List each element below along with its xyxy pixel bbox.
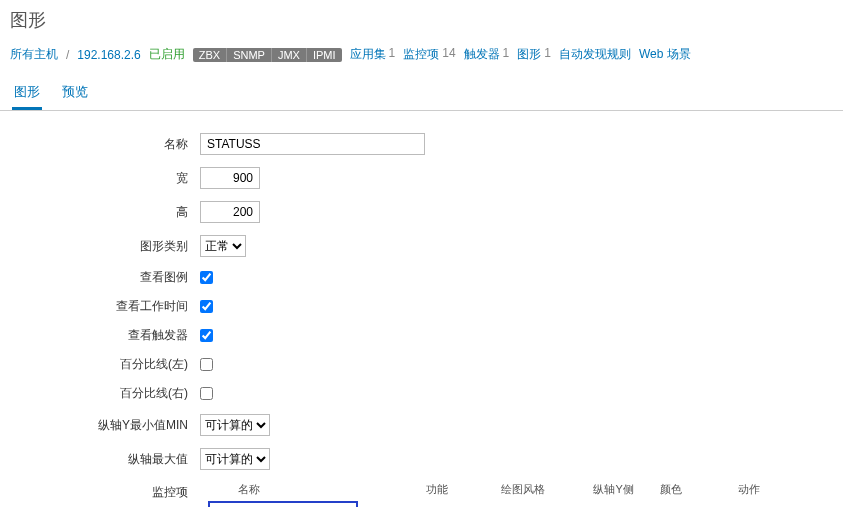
tab-preview[interactable]: 预览: [60, 77, 90, 110]
pctleft-checkbox[interactable]: [200, 358, 213, 371]
tabbar: 图形 预览: [0, 69, 843, 111]
breadcrumb-sep: /: [66, 48, 69, 62]
stat-triggers[interactable]: 触发器1: [464, 46, 510, 63]
status-tags: ZBX SNMP JMX IPMI: [193, 48, 342, 62]
col-func: 功能: [426, 482, 485, 497]
stat-items[interactable]: 监控项14: [403, 46, 455, 63]
col-yaxis: 纵轴Y侧: [593, 482, 644, 497]
label-graphtype: 图形类别: [0, 238, 200, 255]
stat-discovery[interactable]: 自动发现规则: [559, 46, 631, 63]
label-items: 监控项: [0, 482, 200, 501]
items-panel: 名称 功能 绘图风格 纵轴Y侧 颜色 动作 ⋮⋮ 1: 192.168.2.6:…: [208, 482, 763, 507]
graph-form: 名称 宽 高 图形类别 正常 查看图例 查看工作时间 查看触发器 百分比线(左)…: [0, 111, 843, 507]
name-input[interactable]: [200, 133, 425, 155]
triggers-checkbox[interactable]: [200, 329, 213, 342]
pctright-checkbox[interactable]: [200, 387, 213, 400]
label-legend: 查看图例: [0, 269, 200, 286]
item-row: ⋮⋮ 1: 192.168.2.6: mysqlstatus 添加 平均 线 左…: [208, 501, 763, 507]
item-name-box: ⋮⋮ 1: 192.168.2.6: mysqlstatus 添加: [208, 501, 358, 507]
legend-checkbox[interactable]: [200, 271, 213, 284]
breadcrumb-all-hosts[interactable]: 所有主机: [10, 46, 58, 63]
status-enabled: 已启用: [149, 46, 185, 63]
breadcrumb-host[interactable]: 192.168.2.6: [77, 48, 140, 62]
col-color: 颜色: [660, 482, 721, 497]
page-title: 图形: [0, 0, 843, 40]
tag-snmp: SNMP: [226, 48, 271, 62]
label-ymax: 纵轴最大值: [0, 451, 200, 468]
label-triggers: 查看触发器: [0, 327, 200, 344]
label-height: 高: [0, 204, 200, 221]
items-header: 名称 功能 绘图风格 纵轴Y侧 颜色 动作: [208, 482, 763, 501]
ymin-select[interactable]: 可计算的: [200, 414, 270, 436]
label-pctleft: 百分比线(左): [0, 356, 200, 373]
label-worktime: 查看工作时间: [0, 298, 200, 315]
worktime-checkbox[interactable]: [200, 300, 213, 313]
label-pctright: 百分比线(右): [0, 385, 200, 402]
col-draw: 绘图风格: [501, 482, 577, 497]
col-name: 名称: [208, 482, 410, 497]
stat-web[interactable]: Web 场景: [639, 46, 691, 63]
height-input[interactable]: [200, 201, 260, 223]
ymax-select[interactable]: 可计算的: [200, 448, 270, 470]
breadcrumb: 所有主机 / 192.168.2.6 已启用 ZBX SNMP JMX IPMI…: [0, 40, 843, 69]
col-action: 动作: [738, 482, 763, 497]
stat-graphs[interactable]: 图形1: [517, 46, 551, 63]
tab-graph[interactable]: 图形: [12, 77, 42, 110]
graphtype-select[interactable]: 正常: [200, 235, 246, 257]
label-ymin: 纵轴Y最小值MIN: [0, 417, 200, 434]
tag-zbx: ZBX: [193, 48, 226, 62]
tag-jmx: JMX: [271, 48, 306, 62]
label-name: 名称: [0, 136, 200, 153]
tag-ipmi: IPMI: [306, 48, 342, 62]
label-width: 宽: [0, 170, 200, 187]
width-input[interactable]: [200, 167, 260, 189]
stat-apps[interactable]: 应用集1: [350, 46, 396, 63]
